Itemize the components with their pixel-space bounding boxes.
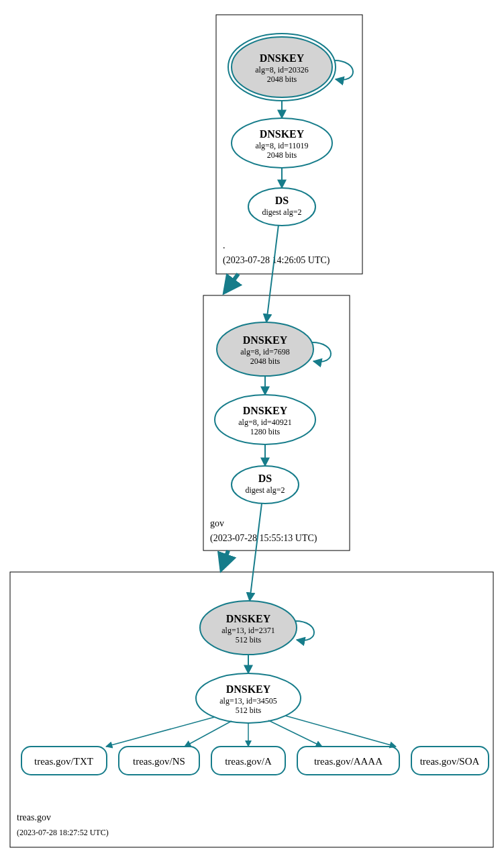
- root-ksk-bits: 2048 bits: [267, 75, 297, 84]
- zone-gov-name: gov: [210, 518, 224, 528]
- node-root-ksk: DNSKEY alg=8, id=20326 2048 bits: [228, 34, 336, 101]
- root-ksk-alg: alg=8, id=20326: [255, 65, 309, 75]
- edge-zsk-txt: [106, 717, 215, 747]
- node-root-zsk: DNSKEY alg=8, id=11019 2048 bits: [232, 118, 332, 168]
- zone-treas-name: treas.gov: [17, 812, 51, 822]
- node-treas-zsk: DNSKEY alg=13, id=34505 512 bits: [196, 673, 301, 723]
- root-ds-alg: digest alg=2: [262, 207, 301, 217]
- record-txt-label: treas.gov/TXT: [34, 756, 93, 767]
- treas-zsk-title: DNSKEY: [226, 683, 271, 695]
- node-gov-zsk: DNSKEY alg=8, id=40921 1280 bits: [215, 395, 315, 444]
- edge-treas-ksk-self: [295, 621, 314, 640]
- record-soa: treas.gov/SOA: [411, 747, 489, 775]
- gov-ksk-title: DNSKEY: [243, 334, 288, 346]
- edge-zsk-ns: [185, 721, 232, 747]
- edge-gov-ksk-self: [312, 342, 331, 362]
- root-ksk-title: DNSKEY: [260, 52, 305, 64]
- zone-root: . (2023-07-28 14:26:05 UTC) DNSKEY alg=8…: [216, 15, 362, 274]
- zone-treas: treas.gov (2023-07-28 18:27:52 UTC) DNSK…: [10, 504, 493, 847]
- treas-ksk-title: DNSKEY: [226, 613, 271, 624]
- record-soa-label: treas.gov/SOA: [420, 756, 480, 767]
- gov-ksk-bits: 2048 bits: [250, 356, 281, 366]
- treas-zsk-alg: alg=13, id=34505: [219, 696, 277, 706]
- svg-point-8: [232, 466, 299, 504]
- gov-zsk-title: DNSKEY: [243, 405, 288, 416]
- svg-point-4: [248, 188, 315, 226]
- record-ns: treas.gov/NS: [119, 747, 199, 775]
- node-gov-ksk: DNSKEY alg=8, id=7698 2048 bits: [217, 322, 313, 376]
- edge-root-ksk-self: [334, 60, 353, 80]
- edge-gov-ds-treas-ksk: [250, 504, 262, 601]
- root-zsk-alg: alg=8, id=11019: [255, 141, 308, 150]
- root-zsk-title: DNSKEY: [260, 128, 305, 140]
- record-aaaa-label: treas.gov/AAAA: [314, 756, 383, 767]
- root-zsk-bits: 2048 bits: [267, 150, 297, 160]
- node-root-ds: DS digest alg=2: [248, 188, 315, 226]
- zone-gov-timestamp: (2023-07-28 15:55:13 UTC): [210, 533, 317, 544]
- treas-zsk-bits: 512 bits: [236, 706, 262, 715]
- gov-zsk-alg: alg=8, id=40921: [238, 418, 292, 427]
- treas-ksk-bits: 512 bits: [236, 635, 262, 645]
- node-gov-ds: DS digest alg=2: [232, 466, 299, 504]
- record-ns-label: treas.gov/NS: [133, 756, 185, 767]
- edge-gov-zone-treas-zone: [221, 551, 228, 569]
- gov-zsk-bits: 1280 bits: [250, 427, 281, 436]
- node-treas-ksk: DNSKEY alg=13, id=2371 512 bits: [200, 601, 297, 655]
- edge-root-zone-gov-zone: [225, 274, 238, 292]
- zone-root-timestamp: (2023-07-28 14:26:05 UTC): [223, 255, 330, 266]
- edge-zsk-aaaa: [268, 720, 322, 747]
- treas-ksk-alg: alg=13, id=2371: [221, 626, 275, 635]
- record-aaaa: treas.gov/AAAA: [297, 747, 399, 775]
- record-a-label: treas.gov/A: [225, 756, 272, 767]
- zone-treas-timestamp: (2023-07-28 18:27:52 UTC): [17, 828, 109, 837]
- edge-zsk-soa: [285, 716, 396, 747]
- gov-ds-title: DS: [258, 473, 272, 484]
- zone-root-name: .: [223, 240, 225, 250]
- dnssec-diagram: . (2023-07-28 14:26:05 UTC) DNSKEY alg=8…: [0, 0, 504, 858]
- record-a: treas.gov/A: [211, 747, 285, 775]
- gov-ksk-alg: alg=8, id=7698: [240, 347, 290, 356]
- root-ds-title: DS: [275, 195, 289, 206]
- gov-ds-alg: digest alg=2: [245, 485, 285, 495]
- record-txt: treas.gov/TXT: [21, 747, 107, 775]
